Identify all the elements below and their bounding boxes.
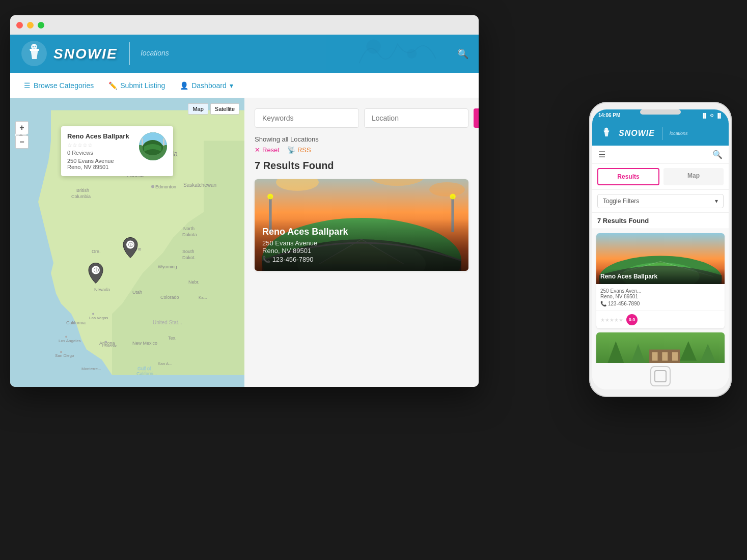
submit-listing-label: Submit Listing — [120, 81, 165, 90]
popup-name: Reno Aces Ballpark — [67, 132, 134, 140]
zoom-in-btn[interactable]: + — [15, 121, 29, 134]
map-view-btn[interactable]: Map — [188, 103, 208, 115]
result-card-1[interactable]: Reno Aces Ballpark 250 Evans Avenue Reno… — [255, 179, 468, 271]
mobile-hamburger-icon[interactable]: ☰ — [598, 150, 605, 159]
mobile-nav: ☰ 🔍 — [592, 146, 729, 164]
showing-all-label: Showing all Locations — [255, 135, 468, 143]
dashboard-nav[interactable]: 👤 Dashboard ▾ — [174, 77, 239, 94]
svg-point-2 — [31, 44, 37, 50]
popup-reviews: 0 Reviews — [67, 150, 134, 156]
svg-text:United Stat...: United Stat... — [153, 320, 182, 325]
popup-info: Reno Aces Ballpark ☆☆☆☆☆ 0 Reviews 250 E… — [67, 132, 134, 170]
card-address-1: 250 Evans Avenue — [262, 239, 461, 247]
reset-link[interactable]: ✕ Reset — [255, 146, 280, 154]
mobile-inner: 14:06 PM ▐▌ ⚙ ▐▌ SNOWIE — [592, 109, 729, 389]
mobile-content: Reno Aces Ballpark 250 Evans Aven... Ren… — [592, 229, 729, 363]
zoom-out-btn[interactable]: − — [15, 135, 29, 149]
dropdown-icon: ▾ — [230, 81, 233, 90]
svg-text:Los Angeles: Los Angeles — [59, 339, 81, 343]
snowie-logo-icon — [20, 40, 48, 68]
mobile-card-title-1: Reno Aces Ballpark — [600, 273, 721, 280]
card-phone-1: 📞 123-456-7890 — [262, 256, 461, 263]
toggle-filters-label: Toggle Filters — [603, 198, 639, 205]
svg-rect-74 — [672, 352, 678, 360]
submit-listing-nav[interactable]: ✏️ Submit Listing — [102, 77, 171, 94]
tab-map[interactable]: Map — [663, 168, 724, 185]
svg-text:ⓘ: ⓘ — [94, 267, 99, 273]
rss-link[interactable]: 📡 RSS — [287, 146, 311, 154]
mobile-card-body-1: 250 Evans Aven... Reno, NV 89501 📞 123-4… — [596, 284, 725, 311]
svg-text:Wyoming: Wyoming — [158, 264, 177, 269]
phone-icon-1: 📞 — [600, 301, 606, 306]
svg-text:South: South — [182, 249, 195, 254]
card-city-1: Reno, NV 89501 — [262, 247, 461, 255]
mobile-search-icon[interactable]: 🔍 — [712, 150, 723, 159]
svg-text:Ore.: Ore. — [92, 249, 101, 254]
desktop-browser: SNOWIE locations 🔍 ☰ Browse Categories ✏… — [10, 15, 479, 387]
svg-rect-73 — [662, 352, 668, 360]
svg-rect-72 — [652, 352, 658, 360]
browse-categories-nav[interactable]: ☰ Browse Categories — [18, 77, 100, 94]
header-search-icon[interactable]: 🔍 — [457, 48, 468, 60]
status-icons: ▐▌ ⚙ ▐▌ — [701, 113, 723, 118]
logo-divider — [129, 42, 130, 65]
svg-rect-52 — [163, 138, 164, 146]
svg-rect-51 — [142, 138, 143, 146]
mobile-card-image-2: Newport on the Levee — [596, 332, 725, 363]
svg-point-4 — [35, 46, 36, 47]
mobile-card-phone-1: 📞 123-456-7890 — [600, 301, 721, 306]
hamburger-icon: ☰ — [24, 81, 31, 90]
rating-stars-1: ★★★★★ — [600, 317, 623, 323]
battery-icon: ▐▌ — [716, 113, 723, 118]
home-button[interactable] — [654, 370, 667, 382]
results-count: 7 Results Found — [255, 160, 468, 172]
mobile-notch — [640, 109, 681, 115]
svg-text:California: California — [66, 320, 86, 325]
svg-text:Colorado: Colorado — [160, 295, 179, 300]
svg-text:New Mexico: New Mexico — [132, 341, 157, 346]
popup-stars: ☆☆☆☆☆ — [67, 142, 134, 149]
svg-point-36 — [105, 341, 107, 343]
update-location-btn[interactable]: Update Location — [474, 108, 479, 128]
mobile-card-address-1: 250 Evans Aven... — [600, 288, 721, 294]
mobile-logo-icon — [598, 125, 615, 142]
svg-point-56 — [429, 182, 465, 197]
mobile-card-image-1: Reno Aces Ballpark — [596, 233, 725, 284]
card-image-1: Reno Aces Ballpark 250 Evans Avenue Reno… — [255, 179, 468, 271]
snowie-wordmark: SNOWIE — [53, 46, 118, 62]
maximize-button[interactable] — [38, 22, 44, 29]
svg-point-61 — [267, 193, 273, 199]
mobile-card-1[interactable]: Reno Aces Ballpark 250 Evans Aven... Ren… — [596, 233, 725, 328]
mobile-rating-row-1: ★★★★★ 0.0 — [596, 311, 725, 328]
mobile-filters: Toggle Filters ▾ — [592, 190, 729, 213]
logo-area: SNOWIE locations — [20, 40, 169, 68]
tab-results[interactable]: Results — [597, 168, 659, 185]
mobile-logo-divider — [662, 127, 662, 140]
close-button[interactable] — [16, 22, 23, 29]
svg-text:Nevada: Nevada — [94, 287, 110, 292]
main-content: Map Satellite + − Canada — [10, 98, 479, 387]
right-panel: Update Location Showing all Locations ✕ … — [244, 98, 479, 387]
toggle-filters-btn[interactable]: Toggle Filters ▾ — [597, 194, 724, 208]
svg-text:Ka...: Ka... — [199, 295, 207, 300]
svg-text:Phoenix: Phoenix — [102, 344, 117, 348]
edit-icon: ✏️ — [108, 81, 117, 90]
rss-label: RSS — [297, 146, 311, 154]
mobile-card-2[interactable]: Newport on the Levee — [596, 332, 725, 363]
location-input[interactable] — [364, 108, 468, 128]
svg-text:Columbia: Columbia — [71, 194, 91, 199]
home-indicator[interactable] — [650, 366, 671, 386]
svg-point-66 — [606, 129, 607, 129]
reset-label: Reset — [262, 146, 280, 154]
logo-text: SNOWIE — [53, 46, 118, 62]
map-area: Map Satellite + − Canada — [10, 98, 244, 387]
keywords-input[interactable] — [255, 108, 359, 128]
svg-text:San A...: San A... — [158, 361, 172, 366]
satellite-view-btn[interactable]: Satellite — [210, 103, 239, 115]
svg-text:Tex.: Tex. — [168, 335, 177, 341]
minimize-button[interactable] — [27, 22, 34, 29]
mobile-home-bar — [592, 363, 729, 389]
map-zoom-controls: + − — [15, 121, 29, 149]
rating-badge-1: 0.0 — [626, 314, 638, 325]
mobile-card-city-1: Reno, NV 89501 — [600, 294, 721, 299]
